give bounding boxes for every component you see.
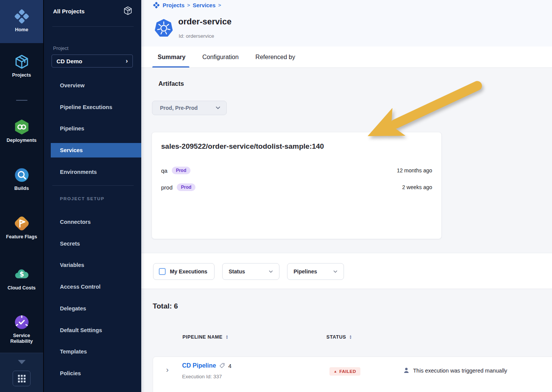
sidebar-item-connectors[interactable]: Connectors <box>51 215 141 229</box>
sidebar-item-label: Environments <box>60 169 97 175</box>
builds-icon <box>14 167 30 183</box>
column-label: STATUS <box>326 334 346 340</box>
chevron-right-icon: › <box>126 57 128 65</box>
sidebar-item-pipelines[interactable]: Pipelines <box>51 121 141 136</box>
expand-chevron-icon[interactable]: › <box>166 365 169 374</box>
sidebar-item-variables[interactable]: Variables <box>51 258 141 272</box>
status-filter-dropdown[interactable]: Status <box>222 263 279 280</box>
all-projects-label[interactable]: All Projects <box>53 8 85 14</box>
execution-id: Execution Id: 337 <box>182 374 222 379</box>
harness-logo-icon <box>14 8 30 24</box>
sidebar-item-label: Delegates <box>60 305 86 312</box>
column-header-pipeline-name[interactable]: PIPELINE NAME ▲▼ <box>182 334 229 340</box>
rail-item-service-reliability[interactable]: Service Reliability <box>0 314 43 344</box>
rail-item-cloud-costs[interactable]: $ Cloud Costs <box>0 267 43 291</box>
my-executions-checkbox[interactable] <box>159 268 166 275</box>
breadcrumb-separator: > <box>218 2 221 8</box>
sidebar-item-label: Services <box>60 147 83 153</box>
all-projects-cube-icon[interactable] <box>123 6 133 17</box>
sidebar-item-label: Templates <box>60 349 87 355</box>
rail-item-builds[interactable]: Builds <box>0 167 43 191</box>
warning-triangle-icon: ▲ <box>334 370 337 373</box>
rail-bottom-band <box>0 353 43 392</box>
artifact-title: sales-209522/order-service/todolist-samp… <box>161 142 324 151</box>
project-selector[interactable]: CD Demo › <box>52 55 133 67</box>
rail-item-deployments[interactable]: Deployments <box>0 119 43 143</box>
sidebar-item-overview[interactable]: Overview <box>51 78 141 93</box>
sidebar-item-templates[interactable]: Templates <box>51 344 141 359</box>
service-id: Id: orderservice <box>179 33 214 39</box>
project-selector-value: CD Demo <box>56 58 82 64</box>
service-header: Projects > Services > order-serv <box>141 0 552 47</box>
sidebar-item-label: Secrets <box>60 241 80 247</box>
breadcrumb-separator: > <box>187 2 190 8</box>
rail-label-cloud-costs: Cloud Costs <box>8 285 36 291</box>
tag-count: 4 <box>228 363 231 369</box>
rail-label-deployments: Deployments <box>6 138 37 143</box>
svg-text:$: $ <box>19 270 24 278</box>
sidebar-item-delegates[interactable]: Delegates <box>51 301 141 316</box>
project-setup-section-title: PROJECT SETUP <box>60 196 105 201</box>
sidebar-item-file-store[interactable]: File Store <box>51 389 141 392</box>
sidebar-item-secrets[interactable]: Secrets <box>51 236 141 251</box>
breadcrumb-projects[interactable]: Projects <box>163 2 184 8</box>
sidebar-item-default-settings[interactable]: Default Settings <box>51 323 141 337</box>
user-icon <box>403 367 410 374</box>
sidebar-item-label: Pipelines <box>60 125 84 132</box>
artifacts-heading: Artifacts <box>158 80 184 87</box>
environment-filter-dropdown[interactable]: Prod, Pre-Prod <box>152 101 227 115</box>
column-header-status[interactable]: STATUS ▲▼ <box>326 334 352 340</box>
rail-divider <box>16 100 27 101</box>
environment-filter-value: Prod, Pre-Prod <box>160 105 198 111</box>
sidebar-item-label: Pipeline Executions <box>60 104 112 110</box>
pipeline-name-link[interactable]: CD Pipeline <box>182 362 216 369</box>
app-screen: Home Projects Deployments <box>0 0 552 392</box>
chevron-down-icon <box>269 270 273 273</box>
kubernetes-icon <box>155 19 173 39</box>
project-label: Project <box>53 45 68 51</box>
my-executions-toggle[interactable]: My Executions <box>153 263 215 280</box>
artifact-row-qa: qa Prod 12 months ago <box>161 166 432 175</box>
execution-row[interactable]: › CD Pipeline 4 Execution Id: 337 ▲ FAIL… <box>153 357 552 392</box>
prod-badge: Prod <box>177 183 195 191</box>
tab-referenced-by[interactable]: Referenced by <box>255 47 295 67</box>
tag-icon <box>219 363 225 369</box>
chevron-down-icon <box>333 270 337 273</box>
rail-item-home-content[interactable]: Home <box>0 8 43 33</box>
breadcrumb-services[interactable]: Services <box>193 2 216 8</box>
sidebar-divider <box>52 185 134 186</box>
cube-icon <box>14 54 30 70</box>
total-count: Total: 6 <box>153 302 178 310</box>
main-content: Projects > Services > order-serv <box>141 0 552 392</box>
rail-label-feature-flags: Feature Flags <box>6 234 37 239</box>
prod-badge: Prod <box>172 167 190 174</box>
collapse-caret-icon[interactable] <box>18 360 26 364</box>
sidebar-item-pipeline-executions[interactable]: Pipeline Executions <box>51 100 141 114</box>
pipelines-filter-dropdown[interactable]: Pipelines <box>287 263 344 280</box>
tab-summary[interactable]: Summary <box>158 47 186 67</box>
executions-filter-bar: My Executions Status Pipelines <box>141 253 552 289</box>
sort-icon: ▲▼ <box>349 335 352 339</box>
rail-item-projects[interactable]: Projects <box>0 54 43 78</box>
column-label: PIPELINE NAME <box>182 334 223 340</box>
sidebar-item-policies[interactable]: Policies <box>51 366 141 381</box>
sidebar-item-services[interactable]: Services <box>51 143 141 157</box>
sidebar-item-environments[interactable]: Environments <box>51 165 141 179</box>
artifact-row-prod: prod Prod 2 weeks ago <box>161 183 432 192</box>
tab-bar: Summary Configuration Referenced by <box>141 47 552 68</box>
rail-label-projects: Projects <box>12 72 31 78</box>
status-text: FAILED <box>339 369 356 374</box>
sidebar-item-label: Policies <box>60 370 81 376</box>
rail-item-feature-flags[interactable]: Feature Flags <box>0 215 43 240</box>
sort-icon: ▲▼ <box>226 335 229 339</box>
sidebar-item-label: Overview <box>60 82 85 88</box>
tab-configuration[interactable]: Configuration <box>202 47 239 67</box>
deploy-time: 12 months ago <box>397 167 432 174</box>
deploy-time: 2 weeks ago <box>402 184 432 190</box>
module-rail: Home Projects Deployments <box>0 0 43 392</box>
grid-icon <box>18 374 26 383</box>
page-title: order-service <box>178 17 231 27</box>
sidebar-item-access-control[interactable]: Access Control <box>51 280 141 294</box>
rail-label-home: Home <box>15 27 28 32</box>
module-grid-button[interactable] <box>13 371 31 386</box>
